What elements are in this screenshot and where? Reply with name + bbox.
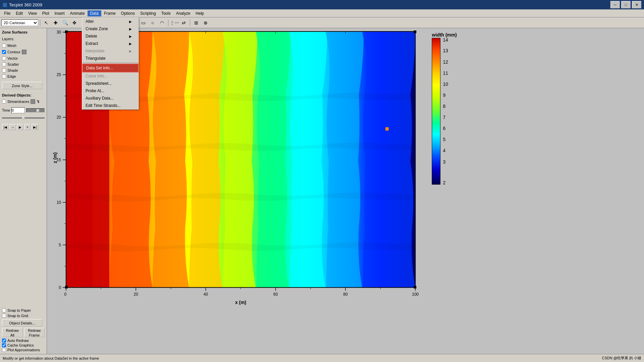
- contour-settings-icon[interactable]: [22, 50, 26, 54]
- delete-arrow: ▶: [129, 35, 132, 38]
- menu-insert[interactable]: Insert: [52, 10, 67, 16]
- menu-analyze[interactable]: Analyze: [173, 10, 193, 16]
- derived-objects-label: Derived Objects:: [2, 93, 45, 97]
- streamtraces-label: Streamtraces: [7, 100, 29, 104]
- contour-checkbox[interactable]: [2, 50, 6, 54]
- edit-time-strands-menu-item[interactable]: Edit Time Strands...: [82, 102, 139, 109]
- view-select[interactable]: 2D Cartesian: [1, 19, 38, 26]
- menu-file[interactable]: File: [1, 10, 13, 16]
- snap-to-grid-label: Snap to Grid: [7, 314, 28, 318]
- zone-style-button[interactable]: Zone Style...: [2, 82, 42, 89]
- svg-text:5: 5: [443, 137, 446, 142]
- time-slider-thumb[interactable]: [26, 108, 45, 112]
- delete-menu-item[interactable]: Delete ▶: [82, 33, 139, 40]
- svg-text:width (mm): width (mm): [432, 32, 457, 38]
- spreadsheet-menu-item[interactable]: Spreadsheet...: [82, 80, 139, 87]
- svg-text:4: 4: [443, 148, 446, 153]
- minimize-button[interactable]: ─: [610, 1, 620, 8]
- menu-edit[interactable]: Edit: [13, 10, 25, 16]
- vector-tool[interactable]: ⇄: [179, 19, 188, 27]
- svg-text:0: 0: [64, 292, 67, 297]
- shade-label: Shade: [7, 68, 18, 72]
- create-zone-arrow: ▶: [129, 28, 132, 31]
- curve-info-menu-item: Curve Info...: [82, 72, 139, 80]
- svg-text:13: 13: [443, 48, 448, 53]
- probe-tool[interactable]: ✚: [51, 19, 60, 27]
- bottom-checkboxes: Auto Redraw Cache Graphics Plot Approxim…: [2, 339, 45, 352]
- table-tool[interactable]: ⊞: [192, 19, 201, 27]
- select-tool[interactable]: ↖: [42, 19, 51, 27]
- next-frame-btn[interactable]: +: [24, 124, 31, 130]
- toolbar-sep-4: [190, 19, 190, 26]
- plot-approximations-checkbox[interactable]: [2, 348, 6, 352]
- menu-view[interactable]: View: [25, 10, 40, 16]
- streamtraces-icon1[interactable]: [31, 99, 35, 104]
- object-details-button[interactable]: Object Details...: [2, 319, 42, 326]
- menu-tools[interactable]: Tools: [159, 10, 173, 16]
- auto-redraw-checkbox[interactable]: [2, 339, 6, 343]
- auxiliary-data-menu-item[interactable]: Auxiliary Data...: [82, 95, 139, 102]
- zone-surfaces-title: Zone Surfaces: [2, 30, 45, 34]
- streamtraces-checkbox[interactable]: [2, 100, 6, 104]
- main-layout: Zone Surfaces Layers: Mesh Contour Vecto…: [0, 28, 644, 354]
- vector-checkbox[interactable]: [2, 56, 6, 60]
- snap-to-paper-row: Snap to Paper: [2, 308, 45, 312]
- menu-scripting[interactable]: Scripting: [138, 10, 159, 16]
- svg-rect-6: [414, 31, 416, 33]
- snap-to-grid-checkbox[interactable]: [2, 314, 6, 318]
- menu-options[interactable]: Options: [118, 10, 138, 16]
- contour-label: Contour: [7, 50, 20, 54]
- dataset-info-menu-item[interactable]: Data Set Info...: [82, 64, 139, 72]
- svg-rect-59: [432, 38, 440, 184]
- svg-text:7: 7: [443, 115, 446, 120]
- menu-bar: File Edit View Plot Insert Animate Data …: [0, 9, 644, 17]
- scatter-label: Scatter: [7, 62, 19, 66]
- auto-redraw-label: Auto Redraw: [7, 339, 29, 343]
- scatter-checkbox[interactable]: [2, 62, 6, 66]
- globe-tool[interactable]: ⊕: [201, 19, 210, 27]
- probe-at-menu-item[interactable]: Probe At...: [82, 87, 139, 95]
- dropdown-sep-1: [82, 63, 139, 63]
- first-frame-btn[interactable]: |◀: [2, 124, 9, 130]
- menu-help[interactable]: Help: [193, 10, 207, 16]
- play-btn[interactable]: ▶: [17, 124, 23, 130]
- svg-text:8: 8: [443, 104, 446, 109]
- prev-frame-btn[interactable]: –: [9, 124, 16, 130]
- streamtraces-checkbox-row: Streamtraces ↯: [2, 99, 45, 104]
- last-frame-btn[interactable]: ▶|: [32, 124, 38, 130]
- scatter-tool[interactable]: ⋮⋯: [170, 19, 179, 27]
- menu-plot[interactable]: Plot: [40, 10, 52, 16]
- chart-area: 0 20 40 60 80 100 0 5 10: [47, 28, 644, 354]
- shade-checkbox-row: Shade: [2, 68, 45, 72]
- translate-tool[interactable]: ✥: [70, 19, 79, 27]
- app-icon: ⊞: [3, 2, 7, 8]
- edge-checkbox[interactable]: [2, 74, 6, 78]
- menu-data[interactable]: Data: [88, 10, 101, 16]
- extract-menu-item[interactable]: Extract ▶: [82, 40, 139, 47]
- svg-text:5: 5: [59, 243, 61, 247]
- ellipse-tool[interactable]: ○: [148, 19, 157, 27]
- maximize-button[interactable]: □: [621, 1, 631, 8]
- redraw-all-button[interactable]: RedrawAll: [2, 328, 23, 337]
- toolbar-sep-1: [40, 19, 40, 26]
- svg-text:11: 11: [443, 70, 448, 76]
- time-input[interactable]: [11, 107, 25, 113]
- snap-to-paper-checkbox[interactable]: [2, 308, 6, 312]
- streamtraces-icon2[interactable]: ↯: [37, 99, 41, 104]
- triangulate-menu-item[interactable]: Triangulate: [82, 55, 139, 62]
- status-credit: CSDN @吃苹果 的 小猪: [602, 356, 641, 361]
- close-button[interactable]: ✕: [632, 1, 641, 8]
- menu-frame[interactable]: Frame: [101, 10, 118, 16]
- zoom-tool[interactable]: 🔍: [61, 19, 69, 27]
- toolbar-sep-3: [168, 19, 168, 26]
- shade-checkbox[interactable]: [2, 68, 6, 72]
- arc-tool[interactable]: ◠: [158, 19, 166, 27]
- svg-text:25: 25: [57, 72, 61, 77]
- rect2-tool[interactable]: ▭: [139, 19, 148, 27]
- create-zone-menu-item[interactable]: Create Zone ▶: [82, 28, 139, 33]
- redraw-frame-button[interactable]: RedrawFrame: [24, 328, 45, 337]
- menu-animate[interactable]: Animate: [67, 10, 88, 16]
- cache-graphics-checkbox[interactable]: [2, 343, 6, 347]
- mesh-checkbox[interactable]: [2, 44, 6, 48]
- svg-rect-9: [385, 127, 389, 131]
